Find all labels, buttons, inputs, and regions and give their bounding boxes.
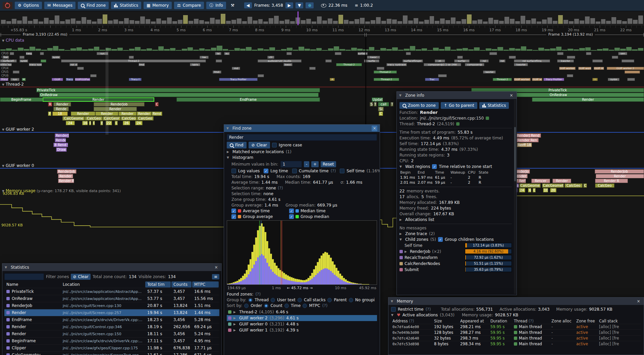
section-header[interactable]: ▼GUIF worker 2 bbox=[2, 127, 34, 132]
allocation-call-stack[interactable]: [alloc] [fre bbox=[598, 341, 641, 347]
next-frame-button[interactable]: ▶ bbox=[285, 2, 293, 8]
zone[interactable]: Render bbox=[94, 107, 137, 111]
zone[interactable]: Si bbox=[378, 107, 384, 111]
allocation-row[interactable]: 0x7e049b3d00128 bytes298.27 ms59.95 sMai… bbox=[391, 329, 641, 335]
cpu-zone[interactable]: surfaceflinger bbox=[402, 59, 423, 62]
radio-parent[interactable] bbox=[327, 298, 332, 302]
wait-column-header[interactable]: End bbox=[417, 170, 434, 175]
column-header-zone-alloc[interactable]: Zone alloc bbox=[550, 318, 575, 324]
wait-column-header[interactable]: CPU bbox=[467, 170, 478, 175]
found-zone-row[interactable]: ▶GUIF worker 1(3,192)4.39 s bbox=[227, 327, 377, 333]
cpu-zone[interactable] bbox=[438, 74, 447, 77]
cpu-zone[interactable]: GUIF W bbox=[594, 67, 604, 70]
cpu-zone[interactable]: sys bbox=[10, 78, 19, 81]
zone[interactable]: OnRedraw bbox=[39, 93, 319, 97]
help-icon[interactable]: (?) bbox=[331, 169, 336, 173]
frame-label[interactable]: Frame 3,194 (13.92 ms) bbox=[546, 32, 595, 37]
histogram-header[interactable]: ▼ Histogram bbox=[227, 155, 377, 160]
cpu-zone[interactable] bbox=[457, 56, 463, 59]
memory-button[interactable]: ▦Memory bbox=[144, 2, 172, 9]
bin-plus-button[interactable]: + bbox=[311, 161, 319, 167]
cpu-zone[interactable] bbox=[489, 52, 497, 55]
cpu-zone[interactable] bbox=[216, 59, 222, 62]
zone[interactable]: C bbox=[583, 183, 587, 188]
allocation-call-stack[interactable]: [alloc] [fre bbox=[598, 324, 641, 329]
min-bin-input[interactable] bbox=[280, 161, 302, 168]
cpu-zone[interactable]: kworke bbox=[557, 59, 574, 62]
cpu-zone[interactable] bbox=[90, 74, 97, 77]
cpu-zone[interactable] bbox=[77, 67, 84, 70]
collapse-icon[interactable]: ▼ bbox=[399, 94, 401, 97]
cpu-zone[interactable]: GUIF worker 2 bbox=[514, 78, 531, 81]
time-axis[interactable]: +55.83 s1 ms2 ms3 ms4 ms5 ms6 ms7 ms8 ms… bbox=[0, 26, 644, 32]
zone[interactable]: C bbox=[379, 112, 383, 116]
find-button[interactable]: Find bbox=[227, 142, 247, 148]
zone[interactable]: RenderJob bbox=[94, 102, 145, 106]
zone[interactable]: Render Ren bbox=[516, 138, 539, 142]
cpu-zone[interactable]: kw bbox=[200, 56, 209, 59]
cpu-zone[interactable]: syste bbox=[608, 78, 620, 81]
cpu-zone[interactable] bbox=[557, 52, 564, 55]
allocations-list-header[interactable]: ▶Allocations list bbox=[399, 217, 512, 222]
cpu-zone[interactable]: Thread-2 bbox=[61, 59, 206, 62]
options-button[interactable]: ⚙Options bbox=[15, 2, 42, 9]
radio-time[interactable] bbox=[284, 304, 289, 308]
zone[interactable]: Render bbox=[118, 112, 137, 116]
cpu-zone[interactable]: composer@2.1-se (HW bbox=[424, 63, 461, 66]
zone[interactable]: T bbox=[390, 102, 394, 106]
cpu-zone[interactable]: Tracy f bbox=[129, 78, 142, 81]
cpu-zone[interactable] bbox=[377, 67, 384, 70]
zone[interactable]: Update bbox=[372, 97, 383, 102]
reset-button[interactable]: Reset bbox=[321, 161, 336, 167]
zone[interactable]: 26 bbox=[123, 121, 130, 125]
compare-button[interactable]: ⚖Compare bbox=[174, 2, 204, 9]
close-icon[interactable]: × bbox=[508, 93, 514, 98]
cpu-zone[interactable]: au bbox=[224, 52, 230, 55]
wait-regions-header[interactable]: ▼Wait regions✓Time relative to zone star… bbox=[399, 164, 512, 169]
zone[interactable]: Render R bbox=[595, 179, 628, 183]
cpu-zone[interactable] bbox=[19, 56, 24, 59]
zone[interactable]: CalcGeome bbox=[62, 116, 85, 121]
zone-info-titlebar[interactable]: ▼ Zone info × bbox=[397, 92, 517, 99]
column-header-zone-free[interactable]: Zone free bbox=[575, 318, 598, 324]
zone[interactable]: EndFrame bbox=[176, 97, 320, 102]
checkbox-self-time[interactable] bbox=[340, 169, 344, 173]
cpu-zone[interactable]: Thread-2 bbox=[493, 78, 512, 81]
cpu-zone[interactable] bbox=[625, 71, 640, 74]
radio-count[interactable] bbox=[264, 304, 268, 308]
cpu-zone[interactable] bbox=[41, 59, 46, 62]
zone[interactable]: CalcGeo bbox=[565, 183, 583, 188]
zone[interactable]: CalcGeo bbox=[85, 116, 103, 121]
checkbox-median-time[interactable]: ✓ bbox=[289, 209, 294, 213]
wait-column-header[interactable]: Begin bbox=[399, 170, 417, 175]
collapse-icon[interactable]: ▼ bbox=[5, 266, 7, 269]
cpu-zone[interactable]: Thread-2 bbox=[374, 71, 397, 74]
section-header[interactable]: ▼Memory usage (y-range: 178.27 KB, visib… bbox=[2, 188, 121, 193]
zone[interactable]: 6 bbox=[528, 188, 531, 192]
cpu-zone[interactable]: lgkls bbox=[190, 63, 200, 66]
help-icon[interactable]: (?) bbox=[408, 319, 414, 323]
zone[interactable]: C bbox=[155, 102, 159, 106]
allocation-call-stack[interactable]: [alloc] [fre bbox=[598, 330, 641, 335]
close-icon[interactable]: × bbox=[636, 299, 641, 304]
column-header-address[interactable]: Address (?) bbox=[391, 318, 433, 324]
collapse-icon[interactable]: ▼ bbox=[226, 127, 229, 130]
column-header-appeared-at[interactable]: Appeared at bbox=[459, 318, 489, 324]
cpu-zone[interactable]: Thread-2 bbox=[374, 78, 399, 81]
section-header[interactable]: ▼Thread-2 bbox=[2, 82, 24, 87]
cpu-zone[interactable]: GUIF worker 0 bbox=[559, 67, 576, 70]
zone[interactable]: Rende bbox=[53, 107, 69, 111]
column-header-location[interactable]: Location bbox=[61, 281, 145, 287]
zone[interactable]: Render bbox=[53, 102, 71, 106]
cpu-zone[interactable]: rot surfacefling bbox=[514, 59, 550, 62]
zone[interactable]: T bbox=[374, 102, 377, 106]
cpu-zone[interactable]: Thread-2 bbox=[336, 63, 362, 66]
filter-input[interactable] bbox=[4, 273, 44, 280]
cpu-zone[interactable]: rot bbox=[499, 59, 505, 62]
zone[interactable]: Render bbox=[137, 112, 152, 116]
zone[interactable]: 16 bbox=[82, 121, 88, 125]
zone[interactable]: Rende bbox=[55, 138, 66, 142]
section-header[interactable]: ▼GUIF worker 0 bbox=[2, 163, 34, 168]
button-zoom-to-zone[interactable]: Zoom to zone bbox=[399, 102, 439, 109]
zone[interactable]: RenderJ Rend bbox=[516, 133, 541, 138]
